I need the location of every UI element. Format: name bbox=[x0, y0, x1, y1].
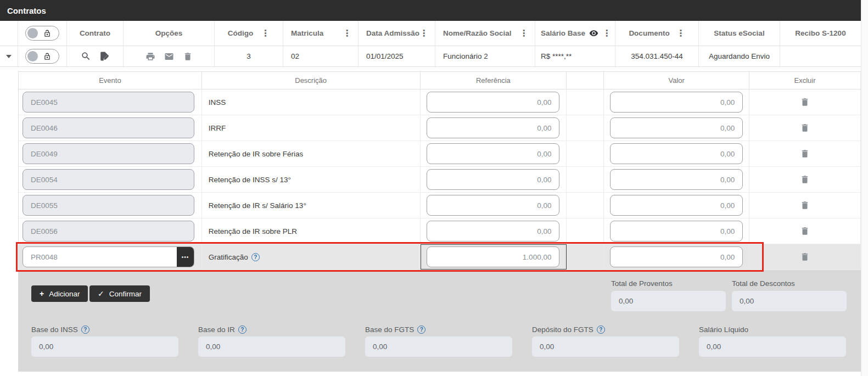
recibo-cell bbox=[780, 46, 861, 66]
help-icon[interactable]: ? bbox=[81, 326, 89, 334]
add-event-button[interactable]: + Adicionar bbox=[31, 285, 88, 302]
column-menu-icon[interactable]: ⋮ bbox=[343, 29, 351, 38]
documento-cell: 354.031.450-44 bbox=[615, 46, 699, 66]
column-menu-icon[interactable]: ⋮ bbox=[419, 29, 428, 38]
referencia-input[interactable] bbox=[427, 169, 559, 190]
referencia-input[interactable] bbox=[427, 221, 559, 242]
event-code-input[interactable] bbox=[23, 221, 194, 241]
events-footer-panel: + Adicionar ✓ Confirmar Total de Provent… bbox=[18, 270, 861, 372]
trash-icon[interactable] bbox=[800, 200, 810, 210]
column-header-data-admissao: Data Admissão ⋮ bbox=[359, 21, 435, 46]
expander-column-header bbox=[0, 21, 18, 46]
referencia-input[interactable] bbox=[427, 143, 559, 164]
referencia-input[interactable] bbox=[427, 246, 559, 267]
valor-cell bbox=[604, 89, 749, 115]
event-code-input[interactable] bbox=[23, 170, 194, 189]
spacer-cell bbox=[567, 193, 604, 218]
edit-document-icon[interactable] bbox=[99, 51, 109, 61]
event-row: Retenção de IR sobre Férias bbox=[18, 141, 861, 167]
trash-icon[interactable] bbox=[800, 175, 810, 184]
trash-icon[interactable] bbox=[800, 149, 810, 159]
valor-input[interactable] bbox=[610, 169, 743, 190]
event-description: Retenção de INSS s/ 13° bbox=[202, 176, 291, 184]
excluir-cell bbox=[749, 141, 861, 166]
event-code-input[interactable] bbox=[23, 118, 194, 138]
contrato-actions-cell bbox=[67, 46, 124, 66]
help-icon[interactable]: ? bbox=[238, 326, 247, 334]
scrollbar-track[interactable] bbox=[861, 0, 868, 376]
referencia-cell bbox=[421, 89, 567, 115]
trash-icon[interactable] bbox=[800, 226, 810, 236]
visibility-eye-icon[interactable] bbox=[589, 29, 598, 38]
valor-input[interactable] bbox=[610, 143, 743, 164]
descricao-cell: INSS bbox=[202, 89, 421, 115]
trash-icon[interactable] bbox=[800, 97, 810, 107]
column-menu-icon[interactable]: ⋮ bbox=[261, 29, 270, 38]
print-icon[interactable] bbox=[145, 52, 155, 61]
descricao-cell: IRRF bbox=[202, 115, 421, 141]
row-lock-toggle[interactable] bbox=[25, 49, 59, 64]
plus-icon: + bbox=[40, 289, 44, 298]
column-header-salario-base: Salário Base ⋮ bbox=[535, 21, 615, 46]
spacer-cell bbox=[567, 244, 604, 270]
contracts-header-row: Contrato Opções Código ⋮ Matricula ⋮ Dat… bbox=[0, 21, 861, 46]
help-icon[interactable]: ? bbox=[417, 326, 425, 334]
events-column-spacer bbox=[567, 72, 604, 89]
excluir-cell bbox=[749, 193, 861, 218]
row-lock-toggle-cell bbox=[18, 46, 67, 66]
trash-icon[interactable] bbox=[183, 52, 193, 61]
deposito-fgts-value: 0,00 bbox=[532, 336, 679, 357]
column-menu-icon[interactable]: ⋮ bbox=[519, 29, 528, 38]
referencia-cell bbox=[421, 167, 567, 192]
contract-row: 3 02 01/01/2025 Funcionário 2 R$ ****,**… bbox=[0, 46, 861, 67]
valor-cell bbox=[604, 141, 749, 166]
event-description: Gratificação bbox=[202, 253, 248, 261]
page-title: Contratos bbox=[7, 6, 46, 15]
trash-icon[interactable] bbox=[800, 252, 810, 262]
column-header-contrato: Contrato bbox=[67, 21, 124, 46]
referencia-input[interactable] bbox=[427, 117, 559, 138]
help-icon[interactable]: ? bbox=[251, 253, 260, 261]
search-icon[interactable] bbox=[81, 51, 91, 61]
spacer-cell bbox=[567, 167, 604, 192]
event-code-input[interactable] bbox=[23, 92, 194, 112]
help-icon[interactable]: ? bbox=[597, 326, 605, 334]
event-code-input[interactable] bbox=[23, 195, 194, 215]
referencia-input[interactable] bbox=[427, 195, 559, 216]
events-header-row: Evento Descrição Referência Valor Exclui… bbox=[18, 71, 861, 89]
base-fgts-label: Base do FGTS ? bbox=[365, 326, 425, 334]
valor-input[interactable] bbox=[610, 92, 743, 113]
total-descontos-label: Total de Descontos bbox=[732, 279, 795, 288]
excluir-cell bbox=[749, 218, 861, 244]
column-header-recibo-s1200: Recibo S-1200 bbox=[780, 21, 861, 46]
event-code-input[interactable] bbox=[23, 247, 177, 267]
window-titlebar: Contratos bbox=[0, 0, 861, 21]
valor-cell bbox=[604, 193, 749, 218]
deposito-fgts-label: Depósito do FGTS ? bbox=[532, 326, 605, 334]
events-column-referencia: Referência bbox=[421, 72, 567, 89]
lock-toggle[interactable] bbox=[25, 26, 59, 41]
trash-icon[interactable] bbox=[800, 123, 810, 133]
column-menu-icon[interactable]: ⋮ bbox=[676, 29, 685, 38]
spacer-cell bbox=[567, 141, 604, 166]
valor-input[interactable] bbox=[610, 117, 743, 138]
events-column-excluir: Excluir bbox=[749, 72, 861, 89]
salario-liquido-label: Salário Líquido bbox=[699, 326, 748, 334]
valor-input[interactable] bbox=[610, 246, 743, 267]
referencia-input[interactable] bbox=[427, 92, 559, 113]
mail-icon[interactable] bbox=[164, 52, 174, 61]
event-lookup-button[interactable]: ••• bbox=[177, 247, 194, 267]
matricula-cell: 02 bbox=[283, 46, 359, 66]
event-description: Retenção de IR s/ Salário 13° bbox=[202, 201, 306, 210]
valor-input[interactable] bbox=[610, 221, 743, 242]
event-code-input[interactable] bbox=[23, 144, 194, 164]
event-description: IRRF bbox=[202, 124, 226, 132]
collapse-caret-icon[interactable] bbox=[6, 55, 12, 58]
salario-base-cell: R$ ****,** bbox=[535, 46, 615, 66]
evento-cell bbox=[19, 141, 202, 166]
column-menu-icon[interactable]: ⋮ bbox=[602, 29, 611, 38]
confirm-button[interactable]: ✓ Confirmar bbox=[89, 285, 150, 302]
event-row: INSS bbox=[18, 89, 861, 115]
excluir-cell bbox=[749, 89, 861, 115]
valor-input[interactable] bbox=[610, 195, 743, 216]
